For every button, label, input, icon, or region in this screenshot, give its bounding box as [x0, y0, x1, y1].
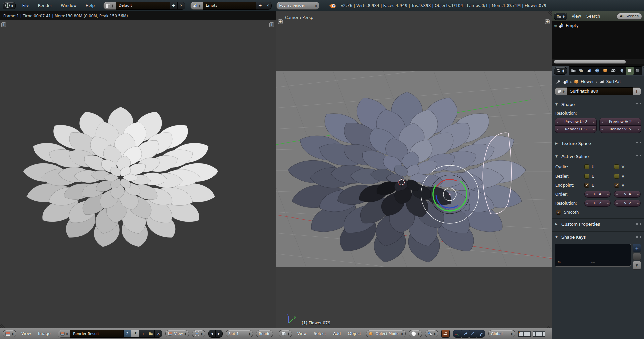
image-browse-button[interactable] [58, 330, 71, 338]
panel-shape-keys-header[interactable]: ▼ Shape Keys [552, 233, 644, 241]
render-layer-select[interactable]: Rende [256, 330, 273, 337]
layout-browse-button[interactable] [103, 2, 116, 10]
pin-icon[interactable] [556, 79, 561, 84]
panel-grip-icon[interactable] [636, 155, 641, 158]
menu-search[interactable]: Search [585, 14, 601, 19]
fake-user-button[interactable]: F [131, 330, 139, 338]
translate-manipulator-button[interactable] [461, 330, 469, 338]
resolution-v-slider[interactable]: V: 2 [614, 200, 641, 207]
menu-object[interactable]: Object [346, 331, 363, 336]
layer-cell[interactable] [536, 332, 538, 334]
scene-delete-button[interactable]: ✕ [264, 2, 272, 10]
manipulator-axis-button[interactable] [453, 330, 461, 338]
layout-delete-button[interactable]: ✕ [177, 2, 185, 10]
region-expand-plus-icon[interactable]: + [278, 19, 283, 24]
layer-cell[interactable] [538, 332, 540, 334]
layer-cell[interactable] [543, 332, 545, 334]
endpoint-u-checkbox[interactable] [584, 183, 589, 188]
render-u-slider[interactable]: Render U: 5 [555, 126, 596, 133]
region-expand-plus-icon[interactable]: + [269, 22, 274, 27]
editor-type-button-image[interactable] [3, 330, 16, 337]
layers-grid[interactable] [518, 331, 545, 337]
menu-help[interactable]: Help [84, 3, 97, 8]
image-users-count[interactable]: 2 [123, 330, 131, 338]
layer-cell[interactable] [543, 334, 545, 336]
tab-object[interactable] [601, 67, 609, 75]
unlink-image-button[interactable]: ✕ [154, 330, 162, 338]
menu-view[interactable]: View [19, 331, 33, 336]
cyclic-v-checkbox[interactable] [614, 164, 619, 170]
layer-cell[interactable] [519, 334, 521, 336]
next-slot-button[interactable]: ▶ [215, 330, 223, 338]
resize-grip[interactable] [546, 323, 552, 328]
layer-cell[interactable] [533, 334, 535, 336]
panel-grip-icon[interactable] [636, 142, 641, 145]
layer-cell[interactable] [528, 332, 530, 334]
new-image-button[interactable]: + [139, 330, 147, 338]
preview-v-slider[interactable]: Preview V: 2 [600, 118, 641, 125]
tab-render[interactable] [569, 67, 577, 75]
tab-world[interactable] [593, 67, 601, 75]
display-channels-select[interactable]: View [165, 330, 189, 337]
tab-scene[interactable] [585, 67, 593, 75]
region-expand-plus-icon[interactable]: + [545, 19, 550, 24]
endpoint-v-checkbox[interactable] [614, 183, 619, 188]
layout-name-field[interactable]: Default [116, 2, 170, 10]
bezier-u-checkbox[interactable] [584, 174, 589, 179]
mode-select[interactable]: Object Mode [366, 330, 406, 337]
outliner-scrollbar[interactable] [552, 59, 644, 64]
layout-add-button[interactable]: + [170, 2, 178, 10]
editor-type-button-3d[interactable] [279, 330, 292, 337]
menu-file[interactable]: File [20, 3, 31, 8]
id-name-field[interactable]: SurfPatch.880 [567, 87, 633, 95]
surface-browse-button[interactable] [555, 87, 567, 95]
layer-cell[interactable] [521, 332, 523, 334]
rotate-manipulator-button[interactable] [469, 330, 477, 338]
fake-user-button[interactable]: F [633, 87, 641, 95]
add-shape-key-button[interactable]: + [633, 244, 641, 252]
tab-modifiers[interactable] [618, 67, 626, 75]
transform-orientation-select[interactable]: Global [488, 330, 515, 337]
camera-view[interactable] [276, 71, 552, 267]
layer-cell[interactable] [536, 334, 538, 336]
slot-select[interactable]: Slot 1 [226, 330, 253, 337]
bezier-v-checkbox[interactable] [614, 174, 619, 179]
proportional-edit-button[interactable] [441, 330, 450, 338]
layer-cell[interactable] [524, 334, 526, 336]
panel-grip-icon[interactable] [636, 236, 641, 238]
shape-key-specials-button[interactable]: ▼ [633, 261, 641, 270]
render-engine-select[interactable]: Povray render [276, 2, 319, 10]
order-v-slider[interactable]: V: 4 [614, 191, 641, 198]
scrollbar-thumb[interactable] [554, 60, 626, 64]
scene-add-button[interactable]: + [256, 2, 264, 10]
scene-icon[interactable] [563, 79, 568, 84]
expand-icon[interactable]: ⊕ [554, 23, 557, 28]
resize-grip[interactable] [546, 11, 552, 17]
layer-cell[interactable] [540, 334, 542, 336]
scene-name-field[interactable]: Empty [203, 2, 256, 10]
open-image-button[interactable] [147, 330, 155, 338]
breadcrumb-object[interactable]: Flower [581, 79, 594, 84]
panel-active-spline-header[interactable]: ▼ Active Spline [552, 152, 644, 160]
editor-type-button-info[interactable]: i [3, 2, 16, 9]
viewport-shading-select[interactable] [409, 330, 422, 337]
panel-texture-space-header[interactable]: ▶ Texture Space [552, 139, 644, 147]
menu-window[interactable]: Window [59, 3, 78, 8]
object-cube-icon[interactable] [574, 79, 579, 84]
render-v-slider[interactable]: Render V: 5 [600, 126, 641, 133]
tab-render-layers[interactable] [577, 67, 585, 75]
menu-render[interactable]: Render [36, 3, 54, 8]
editor-type-button-properties[interactable] [554, 67, 567, 75]
region-expand-plus-icon[interactable]: + [1, 22, 6, 27]
outliner-display-mode-select[interactable]: All Scenes [616, 13, 642, 20]
menu-view[interactable]: View [571, 14, 582, 19]
tab-constraints[interactable] [609, 67, 618, 75]
scene-browse-button[interactable] [190, 2, 203, 10]
outliner-item-empty[interactable]: ⊕ Empty [552, 21, 644, 28]
image-name-field[interactable]: Render Result [70, 330, 124, 338]
pivot-select[interactable] [192, 330, 205, 337]
menu-select[interactable]: Select [312, 331, 328, 336]
shape-keys-list[interactable]: ⊕ ══ [555, 244, 631, 267]
cyclic-u-checkbox[interactable] [584, 164, 589, 170]
smooth-checkbox[interactable] [556, 210, 561, 215]
